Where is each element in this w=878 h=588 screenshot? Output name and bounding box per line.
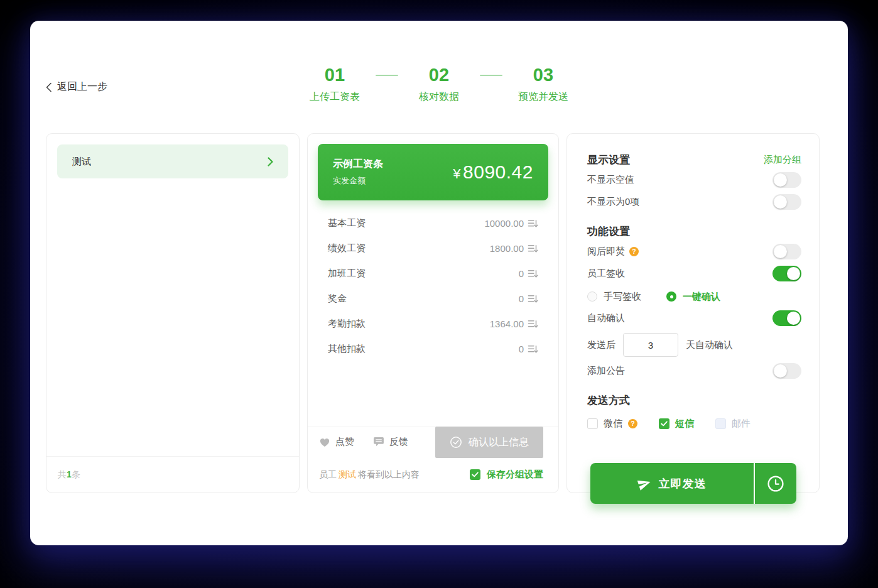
toggle-knob	[774, 364, 787, 378]
viewer-suffix: 将看到以上内容	[358, 469, 420, 479]
send-method-header: 发送方式	[587, 391, 801, 410]
group-count-value: 1	[67, 469, 72, 479]
save-group-checkbox-row[interactable]: 保存分组设置	[470, 469, 543, 481]
radio-handwritten-sign[interactable]: 手写签收	[587, 291, 641, 303]
sort-descending-icon[interactable]	[528, 344, 538, 354]
chevron-left-icon	[46, 82, 52, 92]
send-option-label: 短信	[675, 418, 694, 430]
setting-label: 自动确认	[587, 312, 625, 324]
step-2-number: 02	[429, 65, 449, 85]
check-icon	[661, 421, 668, 427]
add-group-link[interactable]: 添加分组	[764, 154, 801, 166]
setting-burn-after-read: 阅后即焚?	[587, 241, 801, 263]
help-icon[interactable]: ?	[628, 419, 637, 428]
back-label: 返回上一步	[57, 80, 107, 94]
send-now-label: 立即发送	[659, 476, 707, 491]
save-group-checkbox[interactable]	[470, 469, 480, 480]
days-prefix: 发送后	[587, 339, 615, 351]
setting-hide-empty: 不显示空值	[587, 169, 801, 191]
main-card: 返回上一步 01 上传工资表 02 核对数据 03 预览并发送 测试	[30, 21, 848, 545]
radio-one-click-confirm[interactable]: 一键确认	[666, 291, 720, 303]
send-method-options: 微信 ? 短信 邮件	[587, 412, 801, 435]
app-background: 返回上一步 01 上传工资表 02 核对数据 03 预览并发送 测试	[0, 0, 878, 588]
wechat-checkbox[interactable]	[587, 418, 598, 429]
send-now-button[interactable]: 立即发送	[590, 463, 754, 504]
sort-descending-icon[interactable]	[528, 243, 538, 254]
sort-descending-icon[interactable]	[528, 318, 538, 329]
feedback-button[interactable]: 反馈	[373, 436, 408, 448]
back-button[interactable]: 返回上一步	[46, 80, 107, 94]
confirm-info-label: 确认以上信息	[469, 436, 529, 449]
payslip-summary-left: 示例工资条 实发金额	[333, 158, 383, 187]
radio-on-icon	[666, 291, 676, 302]
step-3: 03 预览并发送	[509, 65, 578, 104]
sort-descending-icon[interactable]	[528, 218, 538, 229]
feedback-label: 反馈	[389, 436, 408, 448]
group-count-footer: 共1条	[46, 456, 299, 493]
setting-label: 添加公告	[587, 365, 625, 377]
payslip-summary-card: 示例工资条 实发金额 ¥8090.42	[318, 144, 548, 200]
step-3-number: 03	[533, 65, 553, 85]
row-value: 0	[519, 344, 524, 354]
setting-label: 不显示为0项	[587, 196, 639, 208]
hide-empty-toggle[interactable]	[772, 172, 801, 188]
check-icon	[472, 472, 479, 477]
group-count-prefix: 共	[58, 469, 67, 479]
radio-off-icon	[587, 291, 597, 302]
sort-descending-icon[interactable]	[528, 268, 538, 279]
setting-auto-confirm: 自动确认	[587, 307, 801, 329]
comment-icon	[373, 437, 384, 447]
send-option-wechat[interactable]: 微信 ?	[587, 418, 637, 430]
row-label: 考勤扣款	[328, 318, 366, 330]
group-list-item[interactable]: 测试	[57, 144, 288, 178]
viewer-prefix: 员工	[319, 469, 337, 479]
auto-confirm-toggle[interactable]	[772, 310, 801, 326]
setting-employee-sign: 员工签收	[587, 263, 801, 285]
group-count: 共1条	[58, 469, 80, 481]
radio-label: 一键确认	[683, 291, 720, 303]
sort-descending-icon[interactable]	[528, 293, 538, 304]
payslip-footer: 员工测试将看到以上内容 保存分组设置	[308, 457, 558, 493]
schedule-send-button[interactable]	[755, 463, 796, 504]
clock-icon	[766, 474, 786, 494]
announcement-toggle[interactable]	[772, 363, 801, 379]
row-label: 其他扣款	[328, 343, 366, 355]
payslip-preview-panel: 示例工资条 实发金额 ¥8090.42 基本工资 10000.00 绩效工资 1…	[307, 133, 559, 493]
email-checkbox[interactable]	[715, 418, 726, 429]
send-option-email[interactable]: 邮件	[715, 418, 751, 430]
payslip-row: 考勤扣款 1364.00	[318, 311, 548, 336]
row-value: 0	[519, 293, 524, 304]
content-panels: 测试 共1条 示例工资条 实发金额 ¥8090.42 基本工资	[46, 133, 820, 493]
burn-after-read-toggle[interactable]	[772, 244, 801, 259]
group-count-suffix: 条	[72, 469, 80, 479]
setting-announcement: 添加公告	[587, 360, 801, 382]
function-settings-header: 功能设置	[587, 222, 801, 241]
help-icon[interactable]: ?	[629, 247, 639, 256]
radio-label: 手写签收	[604, 291, 641, 303]
send-option-label: 微信	[604, 418, 622, 430]
send-method-title: 发送方式	[587, 393, 630, 408]
amount-value: 8090.42	[463, 161, 533, 182]
check-circle-icon	[450, 436, 462, 449]
send-option-sms[interactable]: 短信	[659, 418, 694, 430]
row-label: 基本工资	[328, 217, 366, 229]
confirm-info-button[interactable]: 确认以上信息	[435, 427, 543, 458]
like-button[interactable]: 点赞	[319, 436, 354, 448]
sms-checkbox[interactable]	[659, 418, 669, 429]
payslip-amount: ¥8090.42	[453, 161, 533, 183]
hide-zero-toggle[interactable]	[772, 194, 801, 210]
row-label: 加班工资	[328, 268, 366, 280]
toggle-knob	[774, 173, 787, 187]
send-option-label: 邮件	[732, 418, 751, 430]
row-label: 奖金	[328, 293, 347, 305]
step-1: 01 上传工资表	[300, 65, 369, 104]
payslip-row-list: 基本工资 10000.00 绩效工资 1800.00 加班工资 0 奖金	[318, 210, 548, 361]
like-label: 点赞	[335, 436, 354, 448]
step-1-label: 上传工资表	[310, 90, 360, 104]
step-indicator: 01 上传工资表 02 核对数据 03 预览并发送	[300, 65, 578, 104]
auto-confirm-days-input[interactable]	[623, 333, 678, 357]
employee-sign-toggle[interactable]	[772, 266, 801, 281]
setting-label: 员工签收	[587, 268, 625, 280]
toggle-knob	[774, 245, 787, 258]
display-settings-header: 显示设置 添加分组	[587, 150, 801, 169]
